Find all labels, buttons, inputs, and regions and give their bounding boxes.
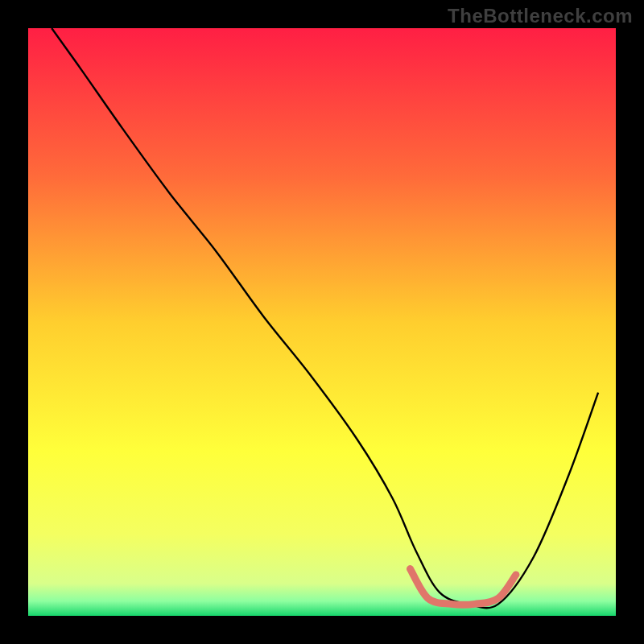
chart-stage: TheBottleneck.com [0,0,644,644]
chart-svg [0,0,644,644]
watermark-text: TheBottleneck.com [448,5,633,27]
plot-background [28,28,616,616]
